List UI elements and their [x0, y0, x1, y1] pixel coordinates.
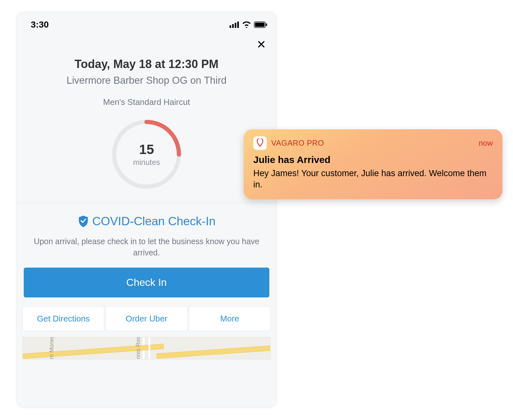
map-label: nnis Ros [135, 337, 142, 359]
svg-rect-0 [230, 25, 231, 28]
more-button[interactable]: More [189, 306, 271, 331]
countdown-ring: 15 minutes [110, 117, 183, 191]
phone-frame: 3:30 Today, May 18 at 12:30 PM Livermore… [17, 12, 276, 407]
svg-rect-3 [237, 21, 239, 28]
push-notification[interactable]: VAGARO PRO now Julie has Arrived Hey Jam… [244, 129, 502, 199]
countdown-unit: minutes [133, 158, 160, 167]
action-bar: Get Directions Order Uber More [22, 306, 271, 331]
close-icon [257, 40, 266, 49]
close-button[interactable] [256, 39, 267, 50]
svg-rect-5 [255, 22, 265, 27]
app-icon [253, 136, 267, 150]
covid-description: Upon arrival, please check in to let the… [26, 236, 267, 258]
appointment-header: Today, May 18 at 12:30 PM Livermore Barb… [17, 52, 276, 110]
svg-rect-6 [266, 23, 267, 26]
status-time: 3:30 [31, 20, 49, 30]
check-in-button[interactable]: Check In [24, 268, 269, 297]
appointment-service: Men's Standard Haircut [26, 97, 267, 107]
vagaro-logo-icon [256, 139, 265, 148]
svg-rect-1 [232, 24, 234, 28]
notification-title: Julie has Arrived [253, 154, 493, 165]
get-directions-button[interactable]: Get Directions [22, 306, 104, 331]
check-in-label: Check In [126, 277, 167, 288]
status-icons [230, 21, 267, 28]
map-preview[interactable]: m Moneg nnis Ros [22, 337, 271, 359]
appointment-location: Livermore Barber Shop OG on Third [26, 75, 267, 86]
battery-icon [254, 21, 267, 28]
covid-heading: COVID-Clean Check-In [92, 215, 216, 228]
status-bar: 3:30 [17, 12, 276, 34]
countdown-value: 15 [139, 142, 154, 157]
notification-time: now [479, 139, 493, 148]
shield-icon [78, 215, 89, 228]
cellular-icon [230, 21, 239, 28]
wifi-icon [242, 21, 251, 28]
notification-body: Hey James! Your customer, Julie has arri… [253, 168, 493, 190]
covid-section: COVID-Clean Check-In Upon arrival, pleas… [17, 203, 276, 258]
appointment-datetime: Today, May 18 at 12:30 PM [26, 57, 267, 71]
svg-rect-2 [235, 23, 236, 28]
notification-app-name: VAGARO PRO [271, 139, 324, 148]
order-uber-button[interactable]: Order Uber [105, 306, 187, 331]
map-label: m Moneg [48, 337, 55, 359]
